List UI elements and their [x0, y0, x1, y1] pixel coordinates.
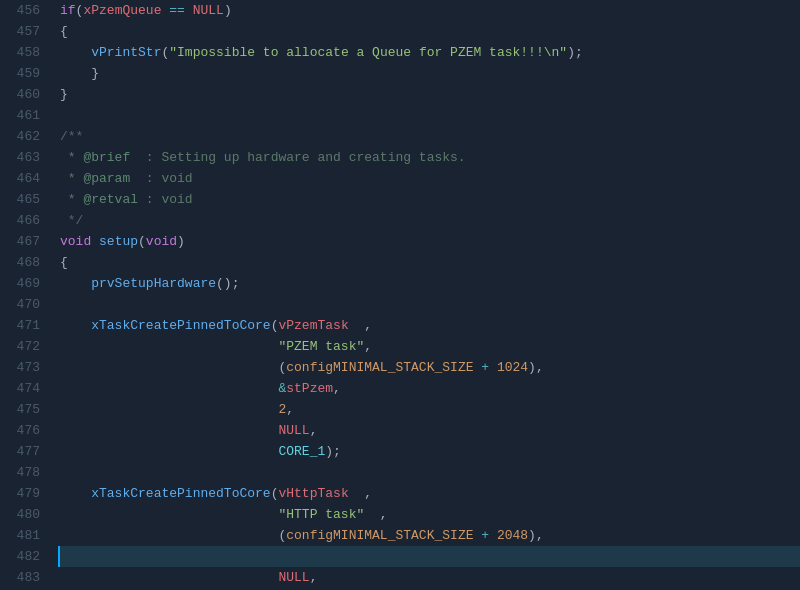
code-line: } — [60, 63, 800, 84]
token-punc: ( — [138, 231, 146, 252]
token-str: "Impossible to allocate a Queue for PZEM… — [169, 42, 567, 63]
code-line: "PZEM task", — [60, 336, 800, 357]
token-fn: prvSetupHardware — [91, 273, 216, 294]
token-plain — [60, 399, 278, 420]
token-op: & — [278, 378, 286, 399]
token-comment-text: * — [60, 168, 83, 189]
code-line: /** — [60, 126, 800, 147]
line-number: 466 — [0, 210, 40, 231]
token-punc: ( — [271, 315, 279, 336]
line-number: 460 — [0, 84, 40, 105]
token-plain: , — [349, 483, 372, 504]
token-op: == — [161, 0, 192, 21]
line-number: 465 — [0, 189, 40, 210]
line-number: 469 — [0, 273, 40, 294]
token-punc: , — [310, 420, 318, 441]
token-plain — [60, 441, 278, 462]
code-line: * @retval : void — [60, 189, 800, 210]
token-comment-tag: @retval — [83, 189, 138, 210]
token-plain — [60, 378, 278, 399]
code-line: vPrintStr("Impossible to allocate a Queu… — [60, 42, 800, 63]
code-line: * @brief : Setting up hardware and creat… — [60, 147, 800, 168]
token-punc: ); — [325, 441, 341, 462]
line-number: 478 — [0, 462, 40, 483]
token-comment: /** — [60, 126, 83, 147]
line-number: 464 — [0, 168, 40, 189]
line-number: 458 — [0, 42, 40, 63]
token-null-kw: NULL — [278, 567, 309, 588]
token-punc: ); — [567, 42, 583, 63]
token-plain — [60, 273, 91, 294]
line-number: 456 — [0, 0, 40, 21]
code-line: * @param : void — [60, 168, 800, 189]
token-var: stPzem — [286, 378, 333, 399]
token-comment-text: * — [60, 189, 83, 210]
token-null-kw: NULL — [278, 420, 309, 441]
code-line: NULL, — [60, 567, 800, 588]
token-plain — [60, 525, 278, 546]
token-punc: , — [364, 336, 372, 357]
token-macro: configMINIMAL_STACK_SIZE — [286, 357, 473, 378]
token-plain — [60, 315, 91, 336]
token-punc: ), — [528, 525, 544, 546]
token-punc: ( — [278, 357, 286, 378]
token-macro: configMINIMAL_STACK_SIZE — [286, 525, 473, 546]
token-punc: } — [60, 84, 68, 105]
code-line: 2, — [60, 399, 800, 420]
token-null-kw: NULL — [193, 0, 224, 21]
code-line: void setup(void) — [60, 231, 800, 252]
token-kw: void — [146, 231, 177, 252]
code-line: NULL, — [60, 420, 800, 441]
token-plain — [60, 420, 278, 441]
token-plain — [60, 42, 91, 63]
code-line: */ — [60, 210, 800, 231]
line-number: 481 — [0, 525, 40, 546]
token-plain — [60, 63, 91, 84]
code-line — [60, 294, 800, 315]
token-op: + — [473, 525, 496, 546]
token-comment-text: : void — [138, 189, 193, 210]
line-number: 463 — [0, 147, 40, 168]
line-number: 473 — [0, 357, 40, 378]
token-punc: , — [333, 378, 341, 399]
code-line: if(xPzemQueue == NULL) — [60, 0, 800, 21]
token-op: + — [473, 357, 496, 378]
token-fn: setup — [99, 231, 138, 252]
line-number: 474 — [0, 378, 40, 399]
line-number: 459 — [0, 63, 40, 84]
token-punc: ( — [271, 483, 279, 504]
token-comment-tag: @brief — [83, 147, 130, 168]
line-number: 468 — [0, 252, 40, 273]
code-line: { — [60, 252, 800, 273]
token-plain — [91, 231, 99, 252]
code-line: } — [60, 84, 800, 105]
token-punc: { — [60, 252, 68, 273]
token-punc: , — [286, 399, 294, 420]
token-punc: ), — [528, 357, 544, 378]
code-line: xTaskCreatePinnedToCore(vPzemTask , — [60, 315, 800, 336]
token-var: xPzemQueue — [83, 0, 161, 21]
line-number: 461 — [0, 105, 40, 126]
token-comment: */ — [60, 210, 83, 231]
token-str: "PZEM task" — [278, 336, 364, 357]
code-line — [60, 105, 800, 126]
token-plain: , — [364, 504, 387, 525]
token-num: 1024 — [497, 357, 528, 378]
token-plain — [60, 483, 91, 504]
token-plain — [60, 567, 278, 588]
line-number: 480 — [0, 504, 40, 525]
token-plain — [60, 336, 278, 357]
token-comment-text: : void — [130, 168, 192, 189]
code-line: (configMINIMAL_STACK_SIZE + 2048), — [60, 525, 800, 546]
code-line — [60, 462, 800, 483]
line-number: 476 — [0, 420, 40, 441]
line-number: 462 — [0, 126, 40, 147]
token-punc: { — [60, 21, 68, 42]
token-punc: } — [91, 63, 99, 84]
token-comment-tag: @param — [83, 168, 130, 189]
token-punc: , — [310, 567, 318, 588]
code-content[interactable]: if(xPzemQueue == NULL){ vPrintStr("Impos… — [52, 0, 800, 590]
token-punc: ( — [278, 525, 286, 546]
code-line: "HTTP task" , — [60, 504, 800, 525]
line-number: 479 — [0, 483, 40, 504]
